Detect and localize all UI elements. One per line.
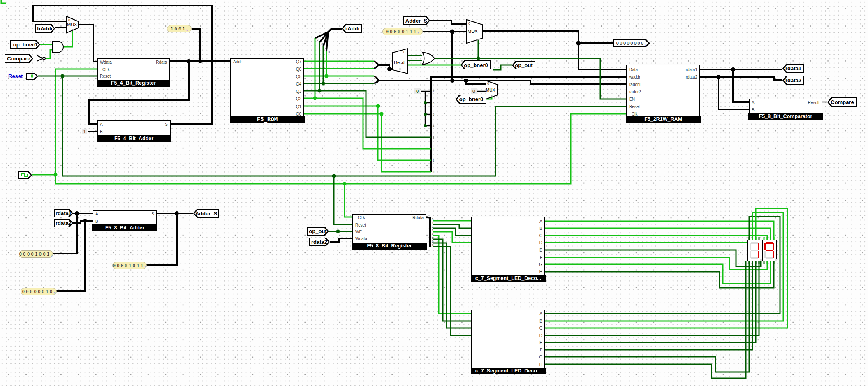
tunnel-baddr-1[interactable]: bAddr [35, 24, 55, 33]
svg-text:0: 0 [375, 66, 376, 70]
seven-segment-digit-left[interactable] [747, 240, 762, 261]
wire-not-and[interactable] [45, 50, 53, 58]
decoder-gate[interactable]: 0 Decd [393, 49, 408, 74]
component-f5-4-bit-adder[interactable]: A B S F5_4_Bit_Adder [97, 120, 171, 136]
clock-input-pin[interactable] [18, 171, 32, 179]
svg-text:MUX: MUX [486, 88, 495, 92]
segment-e [764, 251, 766, 258]
svg-text:7: 7 [433, 90, 434, 93]
tunnel-rdata1-2[interactable]: rdata1 [54, 209, 73, 217]
tunnel-rdata2-2[interactable]: rdata2 [54, 219, 73, 227]
wire-reg8-fanbus[interactable] [426, 217, 430, 247]
wire-rdata1-compa[interactable] [733, 69, 749, 102]
tunnel-rdata2-1[interactable]: rdata2 [782, 76, 804, 85]
component-f5-4-bit-register[interactable]: Wdata CLk Reset Rdata F5_4_Bit_Register [97, 58, 170, 81]
segment-g [751, 250, 758, 251]
seven-segment-digit-right[interactable] [762, 240, 777, 261]
svg-text:MUX: MUX [468, 29, 478, 34]
wire-opout-link[interactable] [493, 65, 512, 70]
wire-probe1001[interactable] [192, 29, 200, 61]
constant-1[interactable]: 1 [82, 129, 87, 134]
svg-text:5: 5 [433, 113, 434, 116]
tunnel-op-bner0-3[interactable]: op_bner0 [456, 95, 486, 104]
svg-text:0: 0 [433, 170, 434, 174]
wire-bundler-waddr[interactable] [431, 77, 626, 172]
segment-b [773, 243, 774, 250]
svg-text:6: 6 [433, 101, 434, 105]
segment-e [750, 251, 751, 258]
svg-text:1: 1 [432, 221, 433, 225]
output-pin-00000000[interactable]: 00000000b [613, 39, 650, 47]
probe-00000111[interactable]: 00000111b [382, 28, 423, 35]
tunnel-compare-2[interactable]: Compare [827, 97, 857, 107]
wire-rdata2-wdata8[interactable] [330, 238, 352, 242]
segment-d [751, 257, 758, 259]
segment-d [766, 257, 773, 259]
tunnel-adder-s-2[interactable]: Adder_S [193, 209, 219, 218]
svg-text:Decd: Decd [394, 60, 405, 65]
svg-text:2: 2 [433, 147, 434, 151]
mux-gate-1[interactable]: 0 MUX [67, 16, 78, 33]
wire-and-mux0sel[interactable] [63, 31, 72, 47]
logisim-canvas: 0 MUX 0 MUX 0 MUX 0 Decd 0 1 2 3 1 [0, 0, 868, 386]
and-gate[interactable] [53, 41, 63, 53]
component-f5-8-bit-register[interactable]: CLk Reset WE Wdata Rdata F5_8_Bit_Regist… [352, 214, 426, 243]
tunnel-baddr-2[interactable]: bAddr [342, 24, 362, 33]
not-gate[interactable] [37, 55, 45, 61]
svg-text:3: 3 [328, 50, 330, 54]
svg-text:1: 1 [433, 159, 434, 162]
component-f5-8-bit-comparator[interactable]: A B Result F5_8_Bit_Comparator [749, 99, 822, 114]
mux-gate-3[interactable]: 0 MUX [486, 81, 498, 99]
probe-1001[interactable]: 1001b [167, 25, 192, 32]
mux-gate-2[interactable]: 0 MUX [467, 20, 482, 43]
wire-canvas-corner[interactable] [1, 0, 6, 3]
svg-text:6: 6 [432, 240, 433, 243]
component-7seg-decoder-1[interactable]: A B C D E F G H c_7_Segment_LED_Deco... [471, 217, 545, 276]
wire-clk-reg4[interactable] [56, 69, 97, 175]
wire-mux1-ramdata[interactable] [482, 31, 626, 69]
tunnel-op-out-1[interactable]: op_out [512, 61, 535, 69]
component-f5-2r1w-ram[interactable]: Data waddr raddr1 raddr2 EN Reset Clk rd… [626, 65, 700, 117]
svg-text:3: 3 [432, 229, 433, 232]
component-f5-rom[interactable]: Addr Q7 Q6 Q5 Q4 Q3 Q2 Q1 Q0 F5_ROM [230, 58, 304, 117]
svg-text:2: 2 [432, 225, 433, 229]
tunnel-op-bner0-2[interactable]: op_bner0 [461, 60, 491, 69]
wires-layer: 0 MUX 0 MUX 0 MUX 0 Decd 0 1 2 3 1 [0, 0, 868, 386]
segment-a [751, 242, 758, 244]
svg-text:0: 0 [375, 82, 376, 86]
probe-00001001[interactable]: 00001001b [19, 250, 53, 258]
or-gate[interactable] [422, 52, 435, 65]
segment-b [758, 243, 759, 250]
wire-splitter54-raddr1[interactable] [378, 81, 626, 84]
probe-00000010[interactable]: 00000010b [21, 288, 57, 295]
tunnel-rdata2-3[interactable]: rdata2 [309, 238, 330, 246]
svg-text:7: 7 [432, 243, 433, 247]
svg-text:MUX: MUX [67, 22, 77, 27]
wire-mux0-out[interactable] [78, 25, 97, 62]
probe-00001011[interactable]: 00001011b [112, 262, 147, 269]
wire-clk-reg8[interactable] [345, 184, 352, 217]
wire-adders-mux1[interactable] [430, 21, 467, 24]
constant-0-bundler[interactable]: 0 [414, 88, 420, 94]
tunnel-adder-s-1[interactable]: Adder_S [403, 16, 430, 25]
component-7seg-decoder-2[interactable]: A B C D E F G H c_7_Segment_LED_Deco... [471, 310, 545, 368]
reset-pin-label: Reset [8, 73, 23, 79]
segment-dp [775, 259, 777, 261]
wire-probe10[interactable] [56, 221, 85, 291]
svg-text:1: 1 [375, 75, 376, 79]
tunnel-compare-1[interactable]: Compare [5, 54, 33, 63]
segment-g [766, 250, 773, 251]
tunnel-rdata1-1[interactable]: rdata1 [782, 64, 804, 73]
wire-ram-rdata2[interactable] [700, 77, 782, 80]
reset-input-pin[interactable]: 0 [26, 73, 38, 80]
tunnel-op-bner0-1[interactable]: op_bner0 [10, 40, 40, 49]
wire-rdata2-adder8b[interactable] [72, 221, 93, 223]
constant-0-mux[interactable]: 0 [471, 88, 477, 94]
component-f5-8-bit-adder[interactable]: A B S F5_8_Bit_Adder [93, 210, 157, 225]
svg-text:5: 5 [432, 236, 433, 240]
svg-text:2: 2 [325, 46, 326, 50]
svg-text:4: 4 [433, 124, 434, 128]
svg-text:0: 0 [487, 81, 489, 86]
tunnel-op-out-2[interactable]: op_out [307, 227, 329, 236]
wire-q0[interactable] [304, 114, 431, 172]
